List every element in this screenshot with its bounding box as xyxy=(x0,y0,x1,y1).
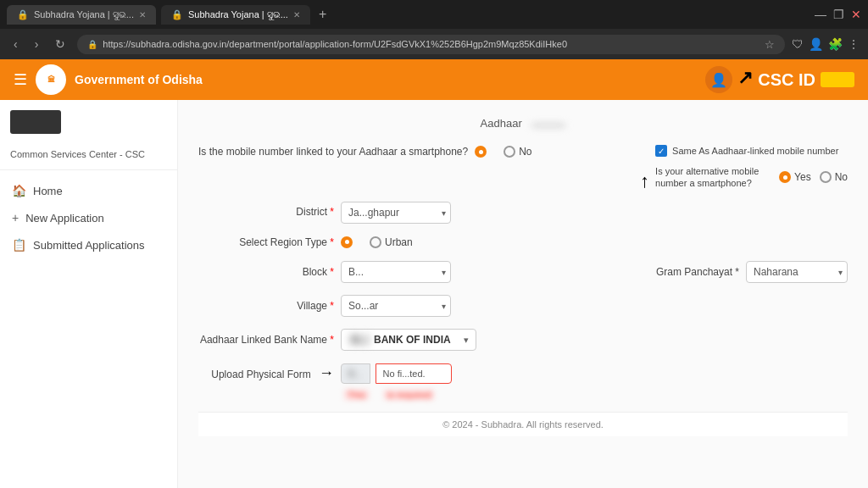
upload-label: Upload Physical Form → xyxy=(198,363,334,384)
reload-button[interactable]: ↻ xyxy=(50,34,70,54)
sidebar-item-submitted-applications[interactable]: 📋 Submitted Applications xyxy=(0,231,177,258)
url-text: https://subhadra.odisha.gov.in/departmen… xyxy=(103,39,567,49)
same-aadhaar-label: Same As Aadhaar-linked mobile number xyxy=(672,146,838,156)
upload-error-row: This is required xyxy=(344,388,434,400)
maximize-button[interactable]: ❐ xyxy=(833,8,844,21)
district-select[interactable]: Ja...ghapur xyxy=(341,202,451,224)
upload-error-prefix: This xyxy=(344,390,369,400)
sidebar-item-new-application[interactable]: + New Application xyxy=(0,204,177,231)
window-controls: — ❐ ✕ xyxy=(815,8,861,21)
region-group: Select Region Type * Urban xyxy=(198,236,848,250)
profile-icon[interactable]: 👤 xyxy=(809,37,823,51)
logo-text: 🏛 xyxy=(47,75,55,84)
tab1-favicon: 🔒 xyxy=(17,9,29,20)
mobile-yes-option[interactable] xyxy=(475,146,495,158)
alt-no-option[interactable]: No xyxy=(820,171,848,183)
sidebar-item-home[interactable]: 🏠 Home xyxy=(0,177,177,204)
sidebar-logo-box xyxy=(10,110,61,134)
govt-title: Government of Odisha xyxy=(75,73,203,86)
sidebar-org-name: Common Services Center - CSC xyxy=(0,144,177,170)
app-container: ☰ 🏛 Government of Odisha 👤 ↗ CSC ID xyxy=(0,59,868,488)
add-tab-button[interactable]: + xyxy=(319,7,326,22)
add-icon: + xyxy=(12,211,19,225)
user-avatar[interactable]: 👤 xyxy=(705,66,732,93)
star-icon[interactable]: ☆ xyxy=(765,38,775,51)
back-button[interactable]: ‹ xyxy=(8,34,23,54)
alt-yes-radio[interactable] xyxy=(779,171,791,183)
file-upload-control: B... No fi...ted. xyxy=(341,363,452,384)
aadhaar-value-blurred xyxy=(531,124,565,127)
shield-icon[interactable]: 🛡 xyxy=(792,37,804,51)
region-urban-option[interactable]: Urban xyxy=(370,236,413,248)
close-button[interactable]: ✕ xyxy=(851,8,861,21)
village-select-wrapper: So...ar xyxy=(341,295,451,317)
menu-icon[interactable]: ⋮ xyxy=(848,37,860,51)
browse-button[interactable]: B... xyxy=(341,363,370,384)
sidebar-menu: 🏠 Home + New Application 📋 Submitted App… xyxy=(0,170,177,265)
alt-no-label: No xyxy=(835,171,848,183)
hamburger-menu[interactable]: ☰ xyxy=(14,70,27,89)
tab2-close[interactable]: ✕ xyxy=(293,10,300,19)
bank-dropdown-arrow: ▾ xyxy=(464,335,469,346)
village-select[interactable]: So...ar xyxy=(341,295,451,317)
minimize-button[interactable]: — xyxy=(815,8,826,21)
bank-name-select[interactable]: S... BANK OF INDIA ▾ xyxy=(341,329,476,351)
upload-error-message: This is required xyxy=(344,390,434,400)
bank-name-value: BANK OF INDIA xyxy=(374,334,451,346)
browse-btn-label: B... xyxy=(348,369,363,379)
upload-group: Upload Physical Form → B... No fi...ted. xyxy=(198,363,848,399)
district-row: District * Ja...ghapur xyxy=(198,202,848,224)
mobile-no-label: No xyxy=(519,146,531,158)
same-aadhaar-checkbox[interactable]: ✓ xyxy=(655,145,667,157)
alt-no-radio[interactable] xyxy=(820,171,832,183)
browser-tab-2[interactable]: 🔒 Subhadra Yojana | ସୁଭ... ✕ xyxy=(161,5,310,25)
upload-row: Upload Physical Form → B... No fi...ted. xyxy=(198,363,848,399)
arrow-upload: → xyxy=(319,364,334,381)
gram-panchayat-select[interactable]: Naharana xyxy=(746,261,848,283)
mobile-question-row: Is the mobile number linked to your Aadh… xyxy=(198,145,848,190)
block-select[interactable]: B... xyxy=(341,261,451,283)
region-rural-radio[interactable] xyxy=(341,236,353,248)
browser-frame: 🔒 Subhadra Yojana | ସୁଭ... ✕ 🔒 Subhadra … xyxy=(0,0,868,488)
alt-mobile-row: ↑ Is your alternative mobile number a sm… xyxy=(655,165,848,190)
bank-group: Aadhaar Linked Bank Name * S... BANK OF … xyxy=(198,329,848,351)
mobile-no-radio[interactable] xyxy=(504,146,515,158)
list-icon: 📋 xyxy=(12,238,26,252)
gram-panchayat-label: Gram Panchayat * xyxy=(646,266,739,278)
browser-tab-1[interactable]: 🔒 Subhadra Yojana | ସୁଭ... ✕ xyxy=(7,5,156,25)
arrow-alt-mobile: ↑ xyxy=(640,170,649,192)
address-bar[interactable]: 🔒 https://subhadra.odisha.gov.in/departm… xyxy=(77,35,785,54)
sidebar-new-app-label: New Application xyxy=(25,212,104,225)
browser-titlebar: 🔒 Subhadra Yojana | ସୁଭ... ✕ 🔒 Subhadra … xyxy=(0,0,868,29)
district-select-wrapper: Ja...ghapur xyxy=(341,202,451,224)
tab1-close[interactable]: ✕ xyxy=(139,10,146,19)
extensions-icon[interactable]: 🧩 xyxy=(828,37,843,51)
mobile-group: Is the mobile number linked to your Aadh… xyxy=(198,145,638,159)
alt-yes-option[interactable]: Yes xyxy=(779,171,811,183)
region-row: Select Region Type * Urban xyxy=(198,236,848,250)
alt-mobile-panel: ✓ Same As Aadhaar-linked mobile number ↑… xyxy=(655,145,848,190)
bank-row: Aadhaar Linked Bank Name * S... BANK OF … xyxy=(198,329,848,351)
block-group: Block * B... xyxy=(198,261,515,283)
bank-prefix-blurred: S... xyxy=(348,334,370,346)
sidebar-submitted-label: Submitted Applications xyxy=(33,239,145,252)
village-group: Village * So...ar xyxy=(198,295,848,317)
block-gram-row: Block * B... Gram Panchayat * Naharana xyxy=(198,261,848,283)
sidebar: Common Services Center - CSC 🏠 Home + Ne… xyxy=(0,100,178,488)
page-footer: © 2024 - Subhadra. All rights reserved. xyxy=(198,412,848,436)
upload-error-suffix: is required xyxy=(384,390,434,400)
aadhaar-section: Aadhaar xyxy=(198,114,848,133)
csc-id-value xyxy=(821,72,854,87)
region-rural-option[interactable] xyxy=(341,236,361,248)
mobile-yes-radio[interactable] xyxy=(475,146,487,158)
header-right: 👤 ↗ CSC ID xyxy=(705,66,854,93)
region-urban-radio[interactable] xyxy=(370,236,381,248)
bank-label: Aadhaar Linked Bank Name * xyxy=(198,333,334,347)
mobile-radio-group: No xyxy=(475,146,531,158)
alt-mobile-question-label: Is your alternative mobile number a smar… xyxy=(655,165,774,190)
mobile-no-option[interactable]: No xyxy=(504,146,531,158)
alt-yes-label: Yes xyxy=(794,171,811,183)
village-row: Village * So...ar xyxy=(198,295,848,317)
forward-button[interactable]: › xyxy=(30,34,44,54)
region-label: Select Region Type * xyxy=(198,236,334,250)
